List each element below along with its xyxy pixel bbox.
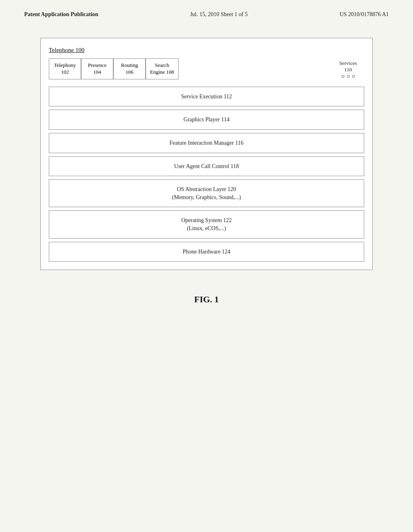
header-right: US 2010/0178876 A1 — [340, 11, 389, 18]
presence-label: Presence104 — [88, 62, 106, 76]
service-execution-label: Service Execution 112 — [181, 94, 232, 100]
service-execution-box: Service Execution 112 — [49, 87, 364, 107]
dot-2 — [347, 75, 350, 78]
dot-3 — [352, 75, 355, 78]
dot-1 — [342, 75, 344, 78]
phone-hardware-box: Phone Hardware 124 — [49, 242, 364, 262]
os-abstraction-label: OS Abstraction Layer 120(Memory, Graphic… — [172, 186, 241, 200]
header-left: Patent Application Publication — [24, 11, 98, 18]
header-center: Jul. 15, 2010 Sheet 1 of 5 — [190, 11, 248, 18]
os-abstraction-box: OS Abstraction Layer 120(Memory, Graphic… — [49, 179, 364, 207]
page: Patent Application Publication Jul. 15, … — [0, 0, 413, 532]
top-row: Telephony102 Presence104 Routing106 Sear… — [49, 58, 364, 79]
phone-hardware-label: Phone Hardware 124 — [183, 249, 230, 255]
user-agent-box: User Agent Call Control 118 — [49, 156, 364, 177]
user-agent-label: User Agent Call Control 118 — [174, 163, 239, 169]
search-engine-box: SearchEngine 108 — [146, 58, 179, 79]
telephony-label: Telephony102 — [54, 62, 76, 76]
services-area: Services110 — [332, 58, 364, 79]
graphics-player-label: Graphics Player 114 — [184, 116, 229, 123]
services-label: Services110 — [339, 60, 357, 74]
page-header: Patent Application Publication Jul. 15, … — [0, 0, 413, 26]
operating-system-box: Operating System 122(Linux, eCOS,...) — [49, 210, 364, 238]
operating-system-label: Operating System 122(Linux, eCOS,...) — [181, 217, 232, 231]
services-dots — [342, 75, 355, 78]
feature-interaction-box: Feature Interaction Manager 116 — [49, 133, 364, 153]
telephone-label: Telephone 100 — [49, 47, 85, 54]
feature-interaction-label: Feature Interaction Manager 116 — [169, 140, 243, 146]
figure-label: FIG. 1 — [0, 294, 413, 305]
graphics-player-box: Graphics Player 114 — [49, 110, 364, 130]
component-boxes: Telephony102 Presence104 Routing106 Sear… — [49, 58, 325, 79]
routing-label: Routing106 — [121, 62, 138, 76]
telephony-box: Telephony102 — [49, 58, 81, 79]
search-engine-label: SearchEngine 108 — [150, 62, 174, 76]
presence-box: Presence104 — [81, 58, 113, 79]
routing-box: Routing106 — [113, 58, 146, 79]
diagram-container: Telephone 100 Telephony102 Presence104 R… — [40, 38, 373, 270]
